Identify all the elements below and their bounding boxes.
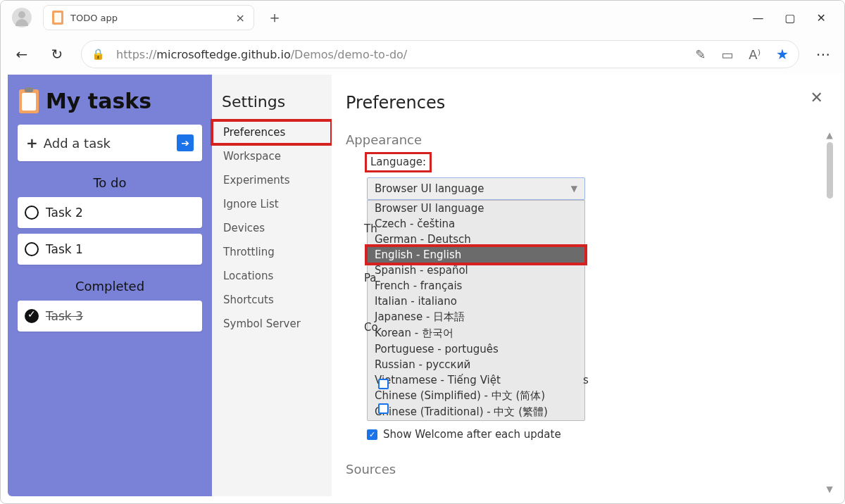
browser-menu-icon[interactable]: ⋯ [812, 43, 834, 65]
language-select[interactable]: Browser UI language ▼ [367, 177, 585, 200]
add-task-input[interactable]: + Add a task ➔ [18, 125, 202, 161]
page-content: My tasks + Add a task ➔ To do Task 2 Tas… [8, 75, 837, 496]
app-title-row: My tasks [19, 89, 201, 113]
settings-nav: Settings Preferences Workspace Experimen… [212, 75, 332, 496]
language-option[interactable]: Browser UI language [368, 201, 584, 216]
settings-item-preferences[interactable]: Preferences [212, 120, 332, 144]
app-title: My tasks [46, 89, 151, 113]
settings-item-experiments[interactable]: Experiments [212, 168, 332, 192]
scroll-up-icon[interactable]: ▲ [825, 131, 834, 139]
settings-title: Settings [212, 93, 332, 120]
profile-avatar[interactable] [12, 8, 32, 27]
section-todo-label: To do [18, 175, 202, 190]
tab-title: TODO app [70, 13, 118, 23]
language-option[interactable]: Russian - русский [368, 357, 584, 372]
language-option[interactable]: German - Deutsch [368, 232, 584, 247]
scroll-thumb[interactable] [827, 142, 833, 199]
checkbox[interactable] [378, 403, 389, 414]
address-bar-actions: ✎ ▭ A⁾ ★ [695, 46, 789, 63]
nav-refresh-icon[interactable]: ↻ [46, 43, 68, 65]
language-label: Language: [367, 154, 430, 170]
language-dropdown[interactable]: Browser UI languageCzech - češtinaGerman… [367, 200, 585, 421]
task-label: Task 3 [46, 309, 83, 323]
settings-item-locations[interactable]: Locations [212, 264, 332, 288]
task-item[interactable]: Task 2 [18, 197, 202, 228]
task-label: Task 2 [46, 206, 83, 220]
language-option[interactable]: Vietnamese - Tiếng Việt [368, 372, 584, 388]
read-aloud-icon[interactable]: A⁾ [749, 47, 760, 62]
url-text: https://microsoftedge.github.io/Demos/de… [116, 48, 407, 61]
scroll-down-icon[interactable]: ▼ [825, 485, 834, 493]
sources-heading: Sources [346, 462, 819, 477]
settings-item-ignore-list[interactable]: Ignore List [212, 192, 332, 216]
language-option[interactable]: Portuguese - português [368, 341, 584, 357]
language-option[interactable]: Chinese (Simplified) - 中文 (简体) [368, 388, 584, 404]
appearance-heading: Appearance [346, 132, 819, 147]
welcome-check-label: Show Welcome after each update [383, 428, 561, 441]
preferences-panel: Preferences ✕ ▲ ▼ Appearance Language: B… [332, 75, 837, 496]
scrollbar[interactable]: ▲ ▼ [825, 131, 834, 493]
settings-item-devices[interactable]: Devices [212, 216, 332, 240]
checkbox[interactable] [378, 379, 389, 389]
language-option[interactable]: Italian - italiano [368, 294, 584, 309]
task-label: Task 1 [46, 242, 83, 256]
tab-close-icon[interactable]: × [236, 11, 245, 25]
edit-icon[interactable]: ✎ [695, 47, 706, 62]
settings-item-shortcuts[interactable]: Shortcuts [212, 288, 332, 312]
task-checkbox-checked-icon[interactable] [25, 309, 39, 323]
window-controls: — ▢ ✕ [752, 11, 839, 25]
task-checkbox-icon[interactable] [25, 206, 39, 220]
app-sidebar: My tasks + Add a task ➔ To do Task 2 Tas… [8, 75, 212, 496]
chevron-down-icon: ▼ [571, 184, 577, 194]
favorite-star-icon[interactable]: ★ [776, 46, 789, 63]
language-select-value: Browser UI language [375, 182, 484, 195]
partial-label: Pa [364, 272, 377, 284]
nav-back-icon[interactable]: ← [11, 43, 33, 65]
language-option[interactable]: Japanese - 日本語 [368, 309, 584, 325]
lock-icon[interactable]: 🔒 [92, 48, 105, 61]
settings-item-symbol-server[interactable]: Symbol Server [212, 312, 332, 336]
new-tab-icon[interactable]: ＋ [267, 7, 282, 28]
window-maximize-icon[interactable]: ▢ [784, 11, 795, 25]
preferences-title: Preferences [346, 93, 819, 113]
settings-item-throttling[interactable]: Throttling [212, 240, 332, 264]
section-completed-label: Completed [18, 279, 202, 294]
browser-tab-strip: TODO app × ＋ — ▢ ✕ [1, 1, 844, 34]
partial-label: Th [364, 222, 377, 235]
task-checkbox-icon[interactable] [25, 242, 39, 256]
app-icon[interactable]: ▭ [721, 47, 733, 62]
address-bar[interactable]: 🔒 https://microsoftedge.github.io/Demos/… [81, 40, 799, 68]
language-option[interactable]: Spanish - español [368, 263, 584, 278]
partial-label: Co [364, 321, 378, 334]
language-field: Language: [367, 154, 819, 170]
close-icon[interactable]: ✕ [810, 89, 823, 106]
language-option[interactable]: Czech - čeština [368, 216, 584, 232]
add-task-placeholder: Add a task [44, 136, 111, 151]
tab-favicon-icon [52, 11, 63, 25]
window-close-icon[interactable]: ✕ [817, 11, 826, 25]
browser-tab[interactable]: TODO app × [43, 5, 254, 30]
welcome-check-row[interactable]: Show Welcome after each update [367, 428, 819, 441]
browser-toolbar: ← ↻ 🔒 https://microsoftedge.github.io/De… [1, 34, 844, 74]
window-minimize-icon[interactable]: — [752, 11, 763, 25]
language-option[interactable]: English - English [368, 247, 584, 263]
language-option[interactable]: Korean - 한국어 [368, 325, 584, 341]
task-item[interactable]: Task 1 [18, 234, 202, 265]
checkbox-checked[interactable] [367, 429, 377, 440]
language-option[interactable]: Chinese (Traditional) - 中文 (繁體) [368, 404, 584, 420]
add-task-submit-icon[interactable]: ➔ [177, 134, 194, 151]
task-item-done[interactable]: Task 3 [18, 301, 202, 332]
partial-label: s [583, 374, 589, 386]
clipboard-icon [19, 89, 39, 113]
settings-item-workspace[interactable]: Workspace [212, 144, 332, 168]
language-option[interactable]: French - français [368, 278, 584, 294]
plus-icon: + [26, 134, 38, 151]
